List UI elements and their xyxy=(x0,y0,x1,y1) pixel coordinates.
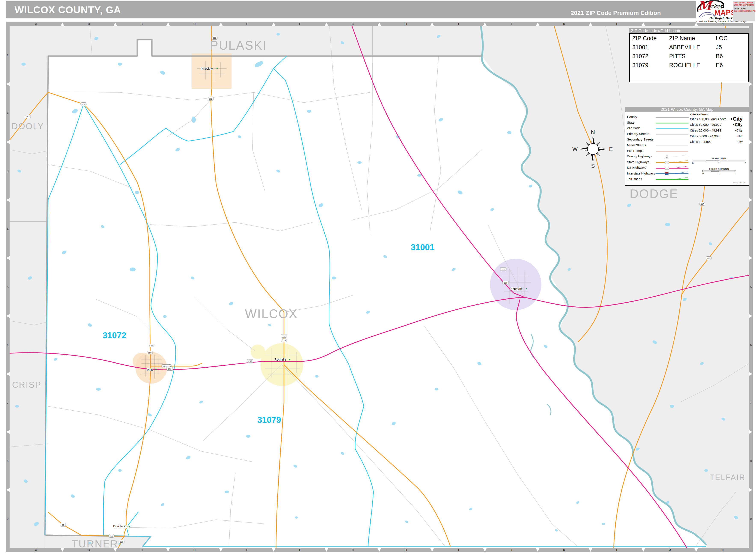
town-label: Double Run xyxy=(113,525,129,528)
water-body xyxy=(246,435,250,438)
water-body xyxy=(118,63,122,66)
svg-text:257: 257 xyxy=(82,103,85,105)
zip-code-label: 31079 xyxy=(257,415,281,424)
legend-row: ZIP Code xyxy=(625,125,689,131)
grid-letter: D xyxy=(193,22,196,26)
water-body xyxy=(417,174,422,177)
grid-number: 2 xyxy=(7,111,8,115)
svg-text:165: 165 xyxy=(707,257,711,259)
grid-letter: J xyxy=(511,548,512,552)
svg-text:280: 280 xyxy=(504,282,507,284)
index-row: 31072PITTSB6 xyxy=(630,52,748,61)
compass-s: S xyxy=(591,163,595,169)
town-label: Abbeville xyxy=(511,287,523,290)
city-dot-icon xyxy=(731,118,732,120)
grid-number: 6 xyxy=(7,343,8,347)
index-header-row: ZIP CodeZIP NameLOC xyxy=(630,34,748,43)
water-body xyxy=(96,388,101,391)
county-map: PULASKIDOOLYDODGEWILCOXCRISPTURNERTELFAI… xyxy=(0,0,756,556)
zip-index-panel: ZIP Code Index/Grid Locator ZIP CodeZIP … xyxy=(629,28,749,82)
svg-text:123: 123 xyxy=(666,168,668,169)
grid-number: 4 xyxy=(750,227,752,231)
grid-letter: N xyxy=(722,22,724,26)
grid-letter: A xyxy=(35,548,37,552)
city-dot-icon xyxy=(733,124,734,125)
svg-text:123: 123 xyxy=(666,162,668,163)
town-marker-icon xyxy=(155,369,157,370)
town-marker-icon xyxy=(217,68,218,69)
svg-text:123: 123 xyxy=(666,156,668,158)
city-dot-icon xyxy=(737,136,738,136)
grid-letter: H xyxy=(405,548,407,552)
legend-row: Exit Ramps xyxy=(625,148,689,153)
grid-letter: D xyxy=(193,548,196,552)
grid-letter: N xyxy=(722,548,724,552)
grid-number: 9 xyxy=(750,517,752,521)
city-dot-icon xyxy=(735,130,736,131)
grid-number: 2 xyxy=(750,111,752,115)
scale-kilometers: Scale in Kilometers012 xyxy=(690,168,748,175)
grid-letter: B xyxy=(88,548,90,552)
water-body xyxy=(307,110,311,113)
page-title: WILCOX COUNTY, GA xyxy=(14,4,121,15)
water-body xyxy=(15,405,19,408)
contact-email: mapsales@MarketMAPS.com xyxy=(734,10,755,12)
city-class-row: Cities 100,000 and AboveCity xyxy=(690,116,748,122)
contact-email-label: EMAIL US AT: xyxy=(734,8,755,10)
water-body xyxy=(435,388,438,390)
legend-row: State Highways123 xyxy=(625,159,689,165)
legend-row: Minor Streets xyxy=(625,142,689,148)
town-label: Pineview xyxy=(201,67,213,70)
grid-letter: B xyxy=(88,22,90,26)
grid-number: 1 xyxy=(7,54,8,57)
svg-text:233: 233 xyxy=(282,339,286,342)
water-body xyxy=(507,131,512,134)
town-marker-icon xyxy=(289,359,290,360)
grid-letter: F xyxy=(299,22,301,26)
grid-number: 5 xyxy=(7,285,8,289)
legend-panel: 2021 Wilcox County, GA Map CountyStateZI… xyxy=(625,107,749,186)
grid-number: 3 xyxy=(750,169,752,173)
water-body xyxy=(602,523,605,525)
water-body xyxy=(315,375,319,378)
compass-e: E xyxy=(609,146,613,152)
grid-letter: I xyxy=(458,22,459,26)
grid-number: 8 xyxy=(7,459,8,462)
svg-text:112: 112 xyxy=(213,37,216,39)
legend-row: County Highways123 xyxy=(625,153,689,159)
county-label: DODGE xyxy=(629,187,678,201)
svg-text:280: 280 xyxy=(249,360,252,362)
grid-number: 8 xyxy=(750,459,752,462)
legend-row: Primary Streets xyxy=(625,131,689,136)
grid-letter: E xyxy=(246,548,248,552)
water-body xyxy=(163,315,167,318)
zip-code-label: 31001 xyxy=(410,243,434,252)
svg-text:112: 112 xyxy=(209,98,212,100)
svg-text:30-CONN: 30-CONN xyxy=(162,365,171,368)
water-body xyxy=(332,277,336,279)
svg-text:90: 90 xyxy=(62,524,64,526)
marketmaps-logo: M arket MAPS On Target. On Time. America… xyxy=(696,0,756,23)
grid-letter: G xyxy=(352,22,354,26)
legend-row: US Highways123 xyxy=(625,165,689,170)
legend-row: Interstate Highways xyxy=(625,170,689,176)
svg-text:280: 280 xyxy=(168,368,171,370)
grid-letter: G xyxy=(352,548,354,552)
town-marker-icon xyxy=(526,288,527,289)
county-label: WILCOX xyxy=(245,307,298,320)
grid-letter: F xyxy=(299,548,301,552)
water-body xyxy=(295,516,298,519)
water-body xyxy=(135,191,139,194)
grid-letter: C xyxy=(140,548,143,552)
zip-index-title: ZIP Code Index/Grid Locator xyxy=(629,28,749,33)
legend-row: Toll Roads xyxy=(625,176,689,181)
header-bar: WILCOX COUNTY, GA 2021 ZIP Code Premium … xyxy=(6,1,696,19)
grid-number: 7 xyxy=(7,401,8,405)
grid-letter: I xyxy=(458,548,459,552)
legend-row: Secondary Streets xyxy=(625,137,689,142)
town-label: Pitts xyxy=(147,368,153,372)
grid-letter: A xyxy=(35,22,37,26)
city-class-row: Cities 5,000 - 24,999City xyxy=(690,133,748,139)
water-body xyxy=(22,63,26,66)
contact-box: CALL US TOLL FREE! 1-888-434-MAPS (6277)… xyxy=(733,1,755,22)
